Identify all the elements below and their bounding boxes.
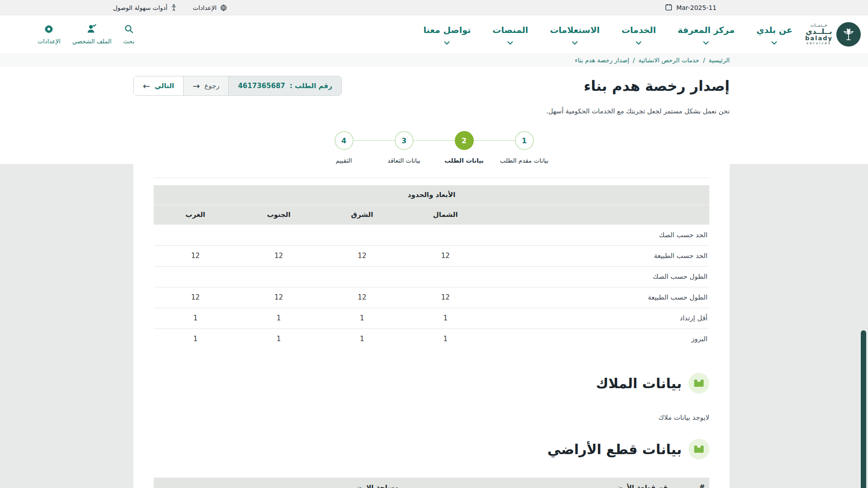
logo-text: خــدمــات بــلــدي balady services <box>805 23 833 45</box>
dim-value-3-2: 12 <box>237 287 320 308</box>
nav-item-4[interactable]: المنصات <box>492 25 528 47</box>
back-label: رجوع <box>204 82 219 90</box>
content-card: الأبعاد والحدود الشمالالشرقالجنوبالغرب ا… <box>133 164 730 488</box>
title-row: إصدار رخصة هدم بناء رقم الطلب : 46173656… <box>0 67 868 96</box>
settings-icon <box>44 24 54 36</box>
dim-value-0-3 <box>154 225 237 245</box>
table-row: الحد حسب الطبيعة12121212 <box>154 245 709 266</box>
balady-logo[interactable]: خــدمــات بــلــدي balady services <box>805 22 861 47</box>
table-row: البروز1111 <box>154 328 709 349</box>
nav-item-3[interactable]: الاستعلامات <box>550 25 599 47</box>
main-navbar: خــدمــات بــلــدي balady services عن بل… <box>0 15 868 53</box>
dim-value-0-2 <box>237 225 320 245</box>
dim-row-label-3: الطول حسب الطبيعة <box>487 287 709 308</box>
nav-item-label: عن بلدي <box>756 25 793 35</box>
profile-action[interactable]: الملف الشخصي <box>72 24 112 45</box>
stepper-label-2: بيانات الطلب <box>444 157 484 164</box>
nav-item-2[interactable]: الخدمات <box>622 25 656 47</box>
search-action[interactable]: بحث <box>123 24 135 45</box>
stepper-circle-1[interactable]: 1 <box>515 131 534 150</box>
stepper-label-4: التقييم <box>336 157 352 164</box>
dim-value-1-0: 12 <box>404 245 487 266</box>
nav-item-label: الاستعلامات <box>550 25 599 35</box>
settings-label: الإعدادات <box>193 4 217 11</box>
dim-col-2: الجنوب <box>237 205 320 225</box>
dim-value-3-1: 12 <box>321 287 404 308</box>
dim-value-0-0 <box>404 225 487 245</box>
nav-actions: بحثالملف الشخصيالإعدادات <box>25 24 134 45</box>
dim-value-4-1: 1 <box>321 308 404 328</box>
accessibility-tools-item[interactable]: أدوات سهولة الوصول <box>113 4 177 12</box>
search-icon <box>124 24 134 36</box>
back-arrow-icon: → <box>193 81 200 91</box>
owners-section-heading: بيانات الملاك <box>154 373 709 394</box>
dim-value-5-3: 1 <box>154 328 237 349</box>
dim-value-2-3 <box>154 266 237 287</box>
plots-section-title: بيانات قطع الأراضي <box>547 441 682 457</box>
nav-item-0[interactable]: عن بلدي <box>756 25 793 47</box>
accessibility-icon <box>170 4 177 12</box>
dim-value-4-2: 1 <box>237 308 320 328</box>
dim-value-4-3: 1 <box>154 308 237 328</box>
chevron-down-icon <box>444 38 450 47</box>
next-button[interactable]: التالي ← <box>134 76 184 95</box>
plots-table: #رقم قطعة الأرضمساحة الارض <box>154 478 709 488</box>
settings-action[interactable]: الإعدادات <box>38 24 61 45</box>
dim-value-2-2 <box>237 266 320 287</box>
vertical-scrollbar-thumb[interactable] <box>861 330 866 488</box>
request-number-badge: رقم الطلب : 4617365687 <box>229 76 341 95</box>
inbox-icon <box>689 439 709 460</box>
chevron-down-icon <box>771 38 777 47</box>
dim-value-3-3: 12 <box>154 287 237 308</box>
stepper-circle-3[interactable]: 3 <box>395 131 414 150</box>
topbar-left-group: الإعدادات أدوات سهولة الوصول <box>113 0 227 15</box>
table-row: الحد حسب الصك <box>154 225 709 245</box>
dim-col-1: الشرق <box>321 205 404 225</box>
nav-item-5[interactable]: تواصل معنا <box>423 25 471 47</box>
breadcrumb-separator: / <box>703 56 705 64</box>
dim-row-label-1: الحد حسب الطبيعة <box>487 245 709 266</box>
dim-row-label-0: الحد حسب الصك <box>487 225 709 245</box>
dim-value-4-0: 1 <box>404 308 487 328</box>
breadcrumb-link-1[interactable]: خدمات الرخص الانشائية <box>638 56 699 64</box>
dim-row-label-5: البروز <box>487 328 709 349</box>
dim-col-3: الغرب <box>154 205 237 225</box>
nav-item-1[interactable]: مركز المعرفة <box>678 25 735 47</box>
breadcrumb-link-2[interactable]: إصدار رخصة هدم بناء <box>575 56 629 64</box>
next-arrow-icon: ← <box>143 81 150 91</box>
back-button[interactable]: رجوع → <box>184 76 229 95</box>
stepper-circle-2[interactable]: 2 <box>455 131 474 150</box>
date-text: Mar-2025-11 <box>676 4 717 11</box>
dim-col-0: الشمال <box>404 205 487 225</box>
plots-col-2: مساحة الارض <box>154 478 598 488</box>
next-label: التالي <box>155 82 174 90</box>
accessibility-label: أدوات سهولة الوصول <box>113 4 167 11</box>
nav-item-label: مركز المعرفة <box>678 25 735 35</box>
profile-icon <box>86 24 97 36</box>
stepper-circle-4[interactable]: 4 <box>335 131 354 150</box>
plots-col-0: # <box>687 478 709 488</box>
page-subtitle: نحن نعمل بشكل مستمر لجعل تجربتك مع الخدم… <box>0 96 868 115</box>
profile-action-label: الملف الشخصي <box>72 38 112 45</box>
dim-value-2-0 <box>404 266 487 287</box>
dim-value-5-1: 1 <box>321 328 404 349</box>
logo-en-name: balady <box>805 35 833 42</box>
dim-value-1-1: 12 <box>321 245 404 266</box>
breadcrumb-link-0[interactable]: الرئيسية <box>709 56 730 64</box>
dim-row-label-2: الطول حسب الصك <box>487 266 709 287</box>
settings-action-label: الإعدادات <box>38 38 61 45</box>
chevron-down-icon <box>636 38 642 47</box>
table-row: الطول حسب الطبيعة12121212 <box>154 287 709 308</box>
palm-tree-icon <box>836 22 861 47</box>
dimensions-table-title: الأبعاد والحدود <box>154 185 709 205</box>
dim-row-label-4: أقل إرتداد <box>487 308 709 328</box>
settings-menu-item[interactable]: الإعدادات <box>193 4 227 12</box>
stepper-label-1: بيانات مقدم الطلب <box>500 157 548 164</box>
dim-value-0-1 <box>321 225 404 245</box>
chevron-down-icon <box>507 38 513 47</box>
logo-en-sub: services <box>807 42 831 45</box>
request-number-value: 4617365687 <box>238 82 285 90</box>
chevron-down-icon <box>572 38 578 47</box>
card-divider <box>154 178 709 178</box>
dim-value-1-2: 12 <box>237 245 320 266</box>
